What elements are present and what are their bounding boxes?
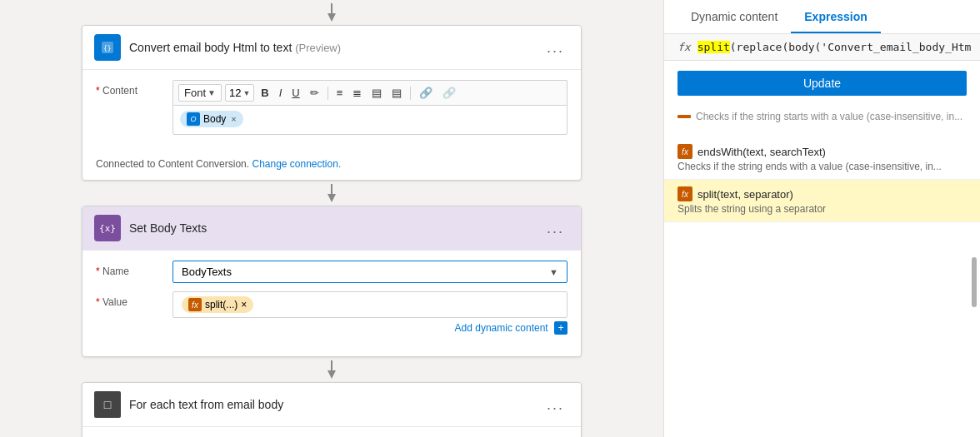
main-canvas: {} Convert email body Html to text (Prev… <box>0 0 663 437</box>
name-field-value: BodyTexts <box>182 266 232 278</box>
list-ol-button[interactable]: ≣ <box>349 86 365 100</box>
svg-text:{}: {} <box>103 45 112 52</box>
split-desc: Splits the string using a separator <box>678 203 967 215</box>
hint-row: Checks if the string starts with a value… <box>664 106 980 127</box>
expression-rest: (replace(body('Convert_email_body_Htm <box>730 41 972 53</box>
split-name: fx split(text, separator) <box>678 186 967 201</box>
content-field-label: * Content <box>96 80 162 97</box>
ends-with-name: fx endsWith(text, searchText) <box>678 144 967 159</box>
set-body-card-body: * Name BodyTexts ▼ * Value fx split(...)… <box>82 251 581 356</box>
add-dynamic-content[interactable]: Add dynamic content + <box>172 318 568 338</box>
split-chip-label: split(...) <box>205 299 238 310</box>
name-field-label: * Name <box>96 261 162 277</box>
font-size-chevron-icon: ▼ <box>242 89 250 97</box>
set-body-texts-title: Set Body Texts <box>129 221 533 235</box>
split-expr-chip[interactable]: fx split(...) × <box>182 296 253 313</box>
expression-highlight: split <box>698 41 730 53</box>
for-each-header: □ For each text from email body ... <box>82 383 581 427</box>
fx-label: fx <box>678 41 691 53</box>
unlink-button[interactable]: 🔗 <box>439 86 459 100</box>
convert-email-card-more[interactable]: ... <box>542 37 569 58</box>
connector-arrow-2 <box>50 360 613 379</box>
func-item-split[interactable]: fx split(text, separator) Splits the str… <box>664 180 980 222</box>
font-size-select[interactable]: 12 ▼ <box>225 84 254 102</box>
top-connector-arrow <box>50 3 613 22</box>
svg-marker-7 <box>328 370 336 379</box>
align-left-button[interactable]: ▤ <box>368 86 385 100</box>
right-panel: Dynamic content Expression fx split(repl… <box>663 0 980 437</box>
font-chevron-icon: ▼ <box>208 88 216 97</box>
value-input-field[interactable]: fx split(...) × <box>172 291 568 318</box>
set-body-more[interactable]: ... <box>542 218 569 239</box>
list-ul-button[interactable]: ≡ <box>333 86 347 100</box>
func-item-ends-with[interactable]: fx endsWith(text, searchText) Checks if … <box>664 137 980 180</box>
pen-button[interactable]: ✏ <box>307 86 322 100</box>
set-body-icon-label: {x} <box>99 223 116 234</box>
value-field-row: * Value fx split(...) × Add dynamic cont… <box>96 291 568 338</box>
split-fx-icon: fx <box>188 298 202 311</box>
expression-input-row: fx split(replace(body('Convert_email_bod… <box>664 34 980 61</box>
convert-email-card-title: Convert email body Html to text (Preview… <box>129 41 533 54</box>
value-field-area: fx split(...) × Add dynamic content + <box>172 291 568 338</box>
body-chip[interactable]: O Body × <box>180 111 243 127</box>
tab-dynamic-content[interactable]: Dynamic content <box>678 0 791 33</box>
split-badge: fx <box>678 186 692 201</box>
align-right-button[interactable]: ▤ <box>388 86 405 100</box>
convert-email-footer: Connected to Content Conversion. Change … <box>82 153 581 180</box>
svg-marker-1 <box>328 13 336 22</box>
name-field-select[interactable]: BodyTexts ▼ <box>172 261 568 283</box>
content-field-row: * Content Font ▼ 12 ▼ B I U <box>96 80 568 135</box>
connector-arrow-1 <box>50 184 613 202</box>
name-field-row: * Name BodyTexts ▼ <box>96 261 568 283</box>
body-chip-close[interactable]: × <box>231 114 236 124</box>
split-chip-close[interactable]: × <box>241 299 247 310</box>
body-chip-label: Body <box>203 113 226 125</box>
for-each-more[interactable]: ... <box>542 395 569 415</box>
ends-with-badge: fx <box>678 144 692 159</box>
body-chip-icon: O <box>187 112 200 126</box>
ends-with-desc: Checks if the string ends with a value (… <box>678 161 967 172</box>
tab-expression[interactable]: Expression <box>791 0 880 33</box>
for-each-title: For each text from email body <box>129 398 533 411</box>
for-each-icon-symbol: □ <box>104 399 111 410</box>
panel-tabs: Dynamic content Expression <box>664 0 980 34</box>
rich-editor-area: Font ▼ 12 ▼ B I U ✏ ≡ ≣ <box>172 80 568 135</box>
link-button[interactable]: 🔗 <box>416 86 436 100</box>
for-each-body: * * Select an output from previous steps… <box>82 427 581 437</box>
italic-button[interactable]: I <box>276 86 286 100</box>
set-body-texts-header: {x} Set Body Texts ... <box>82 206 581 251</box>
font-select[interactable]: Font ▼ <box>178 84 222 102</box>
set-body-texts-card: {x} Set Body Texts ... * Name BodyTexts … <box>82 206 582 357</box>
rich-toolbar: Font ▼ 12 ▼ B I U ✏ ≡ ≣ <box>172 80 568 105</box>
convert-email-card-body: * Content Font ▼ 12 ▼ B I U <box>82 70 581 153</box>
convert-email-card: {} Convert email body Html to text (Prev… <box>82 25 582 181</box>
expression-display[interactable]: split(replace(body('Convert_email_body_H… <box>698 41 972 53</box>
scrollbar-thumb[interactable] <box>972 257 977 307</box>
function-list: fx endsWith(text, searchText) Checks if … <box>664 127 980 437</box>
hint-color-bar <box>678 115 691 118</box>
svg-marker-5 <box>328 194 336 202</box>
set-body-icon: {x} <box>94 215 121 241</box>
name-field-chevron-icon: ▼ <box>549 267 558 277</box>
change-connection-link[interactable]: Change connection. <box>252 158 341 170</box>
value-field-label: * Value <box>96 291 162 308</box>
underline-button[interactable]: U <box>288 86 302 100</box>
bold-button[interactable]: B <box>258 86 272 100</box>
convert-email-card-header: {} Convert email body Html to text (Prev… <box>82 26 581 70</box>
for-each-icon: □ <box>94 391 121 418</box>
for-each-card: □ For each text from email body ... * * … <box>82 382 582 437</box>
add-dynamic-plus-icon: + <box>554 321 568 335</box>
toolbar-separator-2 <box>410 87 411 100</box>
rich-content-area[interactable]: O Body × <box>172 105 568 135</box>
update-button[interactable]: Update <box>678 71 967 96</box>
convert-email-icon: {} <box>94 34 121 61</box>
toolbar-separator-1 <box>328 87 328 100</box>
